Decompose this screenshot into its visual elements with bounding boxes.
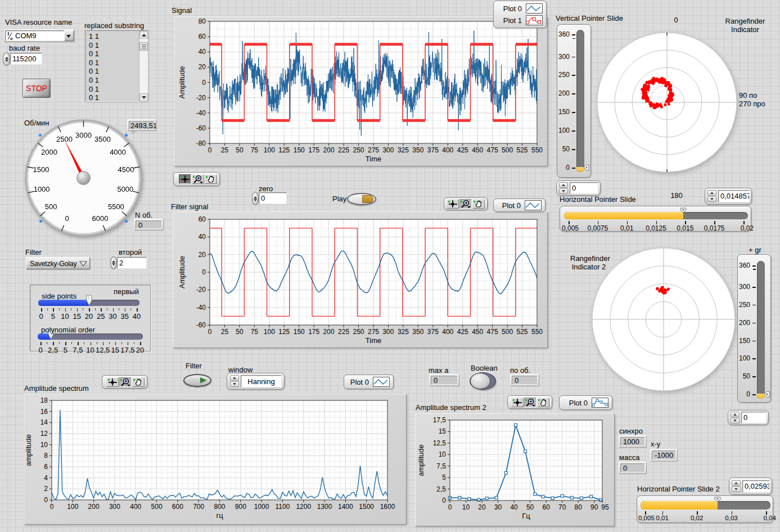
slider-tick-label: 360 — [731, 262, 750, 269]
plot-area[interactable]: 0255075100125150175200225250275300325350… — [174, 17, 547, 166]
scroll-down-button[interactable] — [139, 93, 148, 101]
pan-tool-button[interactable] — [132, 377, 145, 387]
slider-track[interactable] — [576, 30, 584, 172]
list-item[interactable]: 0 1 — [87, 49, 138, 58]
listbox-scrollbar[interactable] — [139, 31, 147, 101]
vslide2-numeric[interactable]: 0 — [728, 410, 769, 425]
polar1-spinner[interactable] — [707, 190, 716, 202]
horizontal-pointer-slide-label: Horizontal Pointer Slide — [560, 195, 636, 204]
svg-text:20: 20 — [199, 63, 206, 71]
vslide1-spinner[interactable] — [559, 182, 568, 194]
pan-tool-button[interactable] — [472, 199, 485, 209]
list-item[interactable]: 0 1 — [87, 93, 138, 100]
svg-text:250: 250 — [353, 328, 364, 336]
plot-legend-item[interactable]: Plot 0 — [563, 398, 608, 408]
slider-pointer[interactable] — [680, 206, 687, 212]
spectrum2-graph-palette[interactable] — [507, 395, 552, 409]
slider-pointer[interactable] — [583, 164, 589, 171]
visa-dropdown-button[interactable] — [64, 30, 74, 41]
polar1-numeric[interactable]: 0,014857 — [705, 188, 752, 205]
spectrum-legend[interactable]: Plot 0 — [344, 375, 394, 389]
vslide1-numeric[interactable]: 0 — [556, 181, 601, 196]
spectrum-chart[interactable]: 0100200300400500600700800900100011001200… — [24, 394, 407, 525]
plot-legend-item[interactable]: Plot 0 — [497, 3, 543, 13]
spin-up-icon[interactable] — [5, 57, 8, 59]
slider-tick — [752, 265, 756, 267]
vslide1-field[interactable]: 0 — [570, 182, 598, 194]
spin-down-icon[interactable] — [5, 60, 8, 62]
plot-legend-item[interactable]: Plot 0 — [497, 200, 542, 210]
replaced-substring-listbox[interactable]: 1 10 10 10 10 10 10 10 1 — [85, 30, 148, 102]
slider-tick-label: 100 — [551, 127, 570, 134]
plot-area[interactable]: 0255075100125150175200225250275300325350… — [173, 212, 547, 348]
cursor-tool-button[interactable] — [106, 377, 119, 387]
zero-spinner[interactable] — [252, 192, 259, 205]
slider-pointer[interactable] — [85, 295, 93, 306]
list-item[interactable]: 0 1 — [87, 67, 138, 76]
cursor-tool-button[interactable] — [511, 398, 524, 407]
vtoroy-spinner[interactable] — [110, 256, 117, 269]
filter-signal-graph-palette[interactable] — [444, 197, 488, 210]
svg-text:90: 90 — [590, 503, 598, 511]
slider-pointer[interactable] — [764, 391, 770, 398]
scrollbar-thumb[interactable] — [139, 42, 148, 50]
scroll-up-button[interactable] — [139, 31, 148, 39]
signal-legend[interactable]: Plot 0Plot 1 — [493, 1, 547, 28]
window-combo[interactable]: Hanning — [227, 373, 285, 390]
list-item[interactable]: 1 1 — [87, 32, 138, 41]
svg-text:50: 50 — [526, 503, 534, 511]
list-item[interactable]: 0 1 — [87, 58, 138, 67]
vslide2-spinner[interactable] — [731, 412, 740, 423]
baud-rate-spinner[interactable] — [3, 52, 10, 66]
slider-minor-tick — [119, 308, 119, 310]
window-spinner[interactable] — [230, 375, 239, 387]
plot-area[interactable]: 0100200300400500600700800900100011001200… — [24, 394, 406, 524]
slider-track[interactable] — [757, 261, 765, 399]
hslide2-numeric[interactable]: 0,025936 — [729, 477, 772, 495]
pan-tool-button[interactable] — [205, 174, 217, 184]
signal-chart[interactable]: 0255075100125150175200225250275300325350… — [174, 16, 548, 166]
cursor-tool-button[interactable] — [447, 199, 459, 209]
vtoroy-field[interactable]: 2 — [117, 257, 147, 269]
slider-pointer[interactable] — [714, 495, 721, 501]
pan-tool-button[interactable] — [537, 398, 549, 407]
vslide2-field[interactable]: 0 — [741, 412, 767, 423]
filter-type-combo[interactable]: Savetzky-Golay — [26, 257, 90, 269]
zoom-tool-button[interactable] — [192, 174, 204, 184]
zoom-tool-button[interactable] — [524, 398, 536, 407]
spectrum2-chart[interactable]: 01020304050607080909502,557,51012,51517,… — [415, 413, 615, 526]
plus-gr-slide[interactable]: 050100150200250300360 — [737, 254, 771, 403]
zoom-tool-button[interactable] — [119, 377, 132, 387]
slider-track[interactable] — [641, 501, 770, 510]
filter-led-button[interactable] — [183, 374, 211, 387]
filter-signal-legend[interactable]: Plot 0 — [493, 199, 545, 212]
horizontal-pointer-slide-2[interactable]: 0,0050,010,020,030,04 — [637, 495, 773, 523]
vertical-pointer-slide[interactable]: 050100150200250300360 — [557, 24, 591, 178]
polar1-field[interactable]: 0,014857 — [718, 190, 750, 202]
svg-text:60: 60 — [199, 215, 206, 223]
list-item[interactable]: 0 1 — [87, 41, 138, 50]
sinhro-indicator: 1000 — [619, 435, 647, 448]
list-item[interactable]: 0 1 — [87, 76, 138, 85]
hslide2-spinner[interactable] — [732, 480, 741, 492]
stop-button[interactable]: STOP — [22, 79, 51, 98]
plot-legend-item[interactable]: Plot 1 — [497, 15, 543, 25]
horizontal-pointer-slide[interactable]: 0,0050,00750,010,01250,0150,01750,02 — [560, 206, 751, 232]
boolean-toggle[interactable] — [470, 372, 496, 390]
cursor-tool-button[interactable] — [179, 174, 191, 184]
plot-area[interactable]: 01020304050607080909502,557,51012,51517,… — [416, 414, 614, 526]
spectrum2-legend[interactable]: Plot 0 — [559, 395, 612, 410]
plot-legend-item[interactable]: Plot 0 — [348, 377, 390, 387]
baud-rate-field[interactable]: 115200 — [10, 53, 42, 65]
signal-graph-palette[interactable] — [173, 172, 220, 186]
baud-rate-label: baud rate — [9, 44, 40, 52]
spectrum-graph-palette[interactable] — [102, 375, 147, 389]
visa-resource-combo[interactable]: Io COM9 — [4, 29, 75, 42]
list-item[interactable]: 0 1 — [87, 85, 138, 94]
slider-track[interactable] — [564, 212, 748, 219]
filter-signal-chart[interactable]: 0255075100125150175200225250275300325350… — [173, 211, 548, 348]
zero-field[interactable]: 0 — [259, 192, 287, 204]
hslide2-field[interactable]: 0,025936 — [742, 480, 770, 493]
play-toggle[interactable] — [347, 193, 376, 205]
zoom-tool-button[interactable] — [459, 199, 472, 209]
